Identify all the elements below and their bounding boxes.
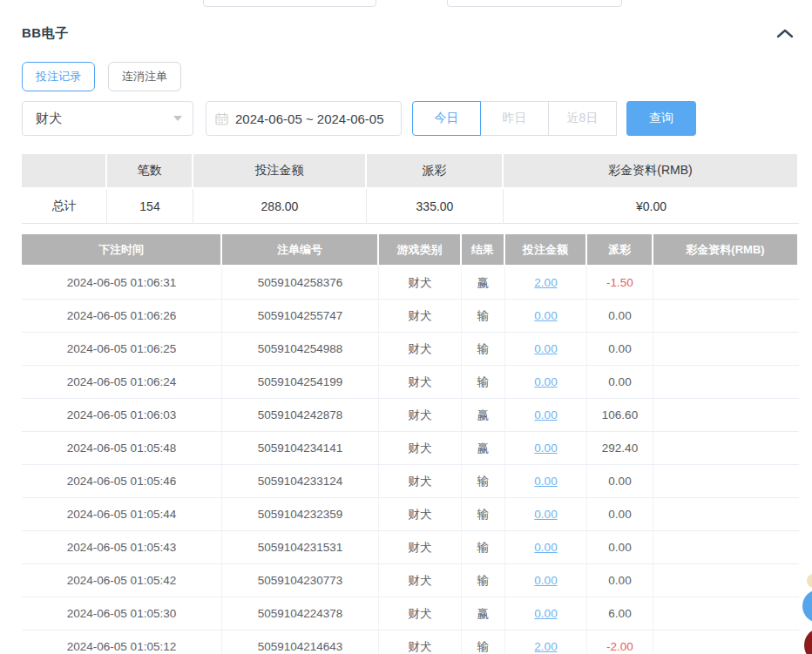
bet-amount-cell: 0.00 <box>505 300 587 333</box>
date-range-input[interactable]: 2024-06-05 ~ 2024-06-05 <box>206 101 402 136</box>
bet-amount-link[interactable]: 0.00 <box>534 309 557 322</box>
bet-time: 2024-06-05 01:05:43 <box>22 531 222 564</box>
bet-amount-link[interactable]: 2.00 <box>534 640 557 653</box>
date-range-value: 2024-06-05 ~ 2024-06-05 <box>235 111 384 126</box>
top-input-partial-2[interactable] <box>447 0 622 7</box>
tab-bar: 投注记录 连消注单 <box>22 62 181 91</box>
records-header-cell: 彩金资料(RMB) <box>653 234 799 266</box>
bet-result: 输 <box>462 300 505 333</box>
page-title: BB电子 <box>22 25 69 42</box>
tab[interactable]: 投注记录 <box>22 62 95 91</box>
bet-amount-link[interactable]: 0.00 <box>534 607 557 620</box>
calendar-icon <box>215 112 228 125</box>
table-row: 2024-06-05 01:05:42 5059104230773 财犬 输 0… <box>22 564 799 597</box>
bet-amount-link[interactable]: 0.00 <box>534 508 557 521</box>
bet-amount-cell: 0.00 <box>505 597 587 630</box>
quick-range-button[interactable]: 近8日 <box>548 101 617 136</box>
summary-bonus: ¥0.00 <box>504 189 799 224</box>
bet-amount-link[interactable]: 2.00 <box>534 276 557 289</box>
table-row: 2024-06-05 01:06:31 5059104258376 财犬 赢 2… <box>22 266 799 300</box>
table-row: 2024-06-05 01:05:43 5059104231531 财犬 输 0… <box>22 531 799 564</box>
order-number: 5059104255747 <box>222 300 379 333</box>
bet-time: 2024-06-05 01:05:12 <box>22 630 222 654</box>
summary-header-cell: 笔数 <box>107 154 193 189</box>
payout-value: 292.40 <box>587 432 653 465</box>
bet-amount-cell: 2.00 <box>505 266 587 300</box>
bet-time: 2024-06-05 01:05:48 <box>22 432 222 465</box>
order-number: 5059104214643 <box>222 630 379 654</box>
summary-bet-amount: 288.00 <box>193 189 367 224</box>
bet-amount-link[interactable]: 0.00 <box>534 442 557 455</box>
filter-toolbar: 财犬 2024-06-05 ~ 2024-06-05 今日 昨日 近8日 查询 <box>22 101 696 136</box>
order-number: 5059104231531 <box>222 531 379 564</box>
summary-header-row: 笔数 投注金额 派彩 彩金资料(RMB) <box>22 154 799 189</box>
payout-value: 0.00 <box>587 366 653 399</box>
quick-range-button[interactable]: 昨日 <box>480 101 549 136</box>
summary-count: 154 <box>107 189 193 224</box>
bonus-value <box>653 465 799 498</box>
bet-amount-link[interactable]: 0.00 <box>534 541 557 554</box>
summary-total-row: 总计 154 288.00 335.00 ¥0.00 <box>22 189 799 224</box>
bet-amount-link[interactable]: 0.00 <box>534 342 557 355</box>
top-input-partial-1[interactable] <box>203 0 376 7</box>
bet-amount-link[interactable]: 0.00 <box>534 475 557 488</box>
bet-result: 输 <box>462 630 505 654</box>
summary-payout: 335.00 <box>367 189 504 224</box>
game-type: 财犬 <box>379 531 462 564</box>
bet-amount-cell: 0.00 <box>505 399 587 432</box>
game-type: 财犬 <box>379 465 462 498</box>
collapse-section-button[interactable] <box>775 27 795 40</box>
order-number: 5059104254988 <box>222 333 379 366</box>
order-number: 5059104232359 <box>222 498 379 531</box>
floating-widget-small[interactable] <box>807 574 812 588</box>
table-row: 2024-06-05 01:05:48 5059104234141 财犬 赢 0… <box>22 432 799 465</box>
search-button[interactable]: 查询 <box>626 101 696 136</box>
bet-amount-link[interactable]: 0.00 <box>534 408 557 421</box>
payout-value: 0.00 <box>587 531 653 564</box>
tab[interactable]: 连消注单 <box>108 62 181 91</box>
quick-range-button[interactable]: 今日 <box>412 101 481 136</box>
bonus-value <box>653 432 799 465</box>
bet-time: 2024-06-05 01:06:03 <box>22 399 222 432</box>
game-type: 财犬 <box>379 630 462 654</box>
records-header-cell: 注单编号 <box>222 234 379 266</box>
floating-service-button[interactable] <box>804 628 812 654</box>
order-number: 5059104230773 <box>222 564 379 597</box>
bet-amount-link[interactable]: 0.00 <box>534 574 557 587</box>
bet-amount-link[interactable]: 0.00 <box>534 375 557 388</box>
table-row: 2024-06-05 01:05:46 5059104233124 财犬 输 0… <box>22 465 799 498</box>
quick-range-group: 今日 昨日 近8日 <box>412 101 617 136</box>
summary-header-cell: 派彩 <box>367 154 504 189</box>
bet-result: 赢 <box>462 597 505 630</box>
summary-header-cell <box>22 154 107 189</box>
bet-result: 赢 <box>462 432 505 465</box>
bet-result: 赢 <box>462 266 505 300</box>
records-header-cell: 游戏类别 <box>379 234 462 266</box>
summary-header-cell: 彩金资料(RMB) <box>504 154 799 189</box>
bonus-value <box>653 366 799 399</box>
bonus-value <box>653 399 799 432</box>
bonus-value <box>653 266 799 300</box>
game-select[interactable]: 财犬 <box>22 101 193 136</box>
bet-time: 2024-06-05 01:06:25 <box>22 333 222 366</box>
bet-time: 2024-06-05 01:05:44 <box>22 498 222 531</box>
bet-time: 2024-06-05 01:05:30 <box>22 597 222 630</box>
records-header-row: 下注时间 注单编号 游戏类别 结果 投注金额 派彩 彩金资料(RMB) <box>22 234 799 266</box>
payout-value: 106.60 <box>587 399 653 432</box>
bonus-value <box>653 498 799 531</box>
game-type: 财犬 <box>379 366 462 399</box>
summary-total-label: 总计 <box>22 189 107 224</box>
floating-chat-button[interactable] <box>802 590 812 623</box>
payout-value: 0.00 <box>587 300 653 333</box>
game-type: 财犬 <box>379 432 462 465</box>
bet-amount-cell: 0.00 <box>505 333 587 366</box>
order-number: 5059104254199 <box>222 366 379 399</box>
game-type: 财犬 <box>379 300 462 333</box>
bet-result: 输 <box>462 531 505 564</box>
payout-value: 0.00 <box>587 333 653 366</box>
records-header-cell: 下注时间 <box>22 234 222 266</box>
game-type: 财犬 <box>379 597 462 630</box>
betting-records-panel: BB电子 投注记录 连消注单 财犬 2024-06-05 ~ 2024-06-0… <box>0 0 812 654</box>
bet-amount-cell: 0.00 <box>505 366 587 399</box>
chevron-up-icon <box>776 28 794 41</box>
